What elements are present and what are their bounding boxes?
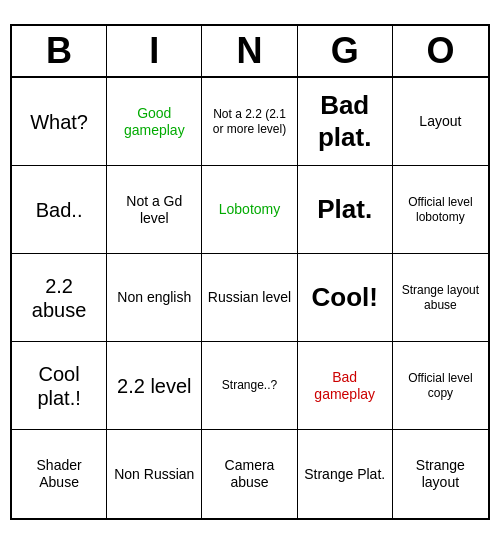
cell-text: Strange Plat.: [304, 466, 385, 483]
cell-text: Bad..: [36, 198, 83, 222]
cell-text: Layout: [419, 113, 461, 130]
bingo-cell: Cool!: [298, 254, 393, 342]
cell-text: Strange..?: [222, 378, 277, 392]
cell-text: Cool plat.!: [16, 362, 102, 410]
bingo-grid: What?Good gameplayNot a 2.2 (2.1 or more…: [12, 78, 488, 518]
bingo-cell: Shader Abuse: [12, 430, 107, 518]
cell-text: Good gameplay: [111, 105, 197, 139]
bingo-cell: Plat.: [298, 166, 393, 254]
bingo-cell: Bad plat.: [298, 78, 393, 166]
cell-text: Bad plat.: [302, 90, 388, 152]
bingo-cell: Cool plat.!: [12, 342, 107, 430]
cell-text: Camera abuse: [206, 457, 292, 491]
cell-text: 2.2 abuse: [16, 274, 102, 322]
bingo-cell: Official level lobotomy: [393, 166, 488, 254]
cell-text: Russian level: [208, 289, 291, 306]
bingo-card: BINGO What?Good gameplayNot a 2.2 (2.1 o…: [10, 24, 490, 520]
bingo-cell: Not a Gd level: [107, 166, 202, 254]
bingo-cell: Not a 2.2 (2.1 or more level): [202, 78, 297, 166]
cell-text: Non Russian: [114, 466, 194, 483]
cell-text: Plat.: [317, 194, 372, 225]
bingo-cell: Good gameplay: [107, 78, 202, 166]
cell-text: Strange layout: [397, 457, 484, 491]
bingo-cell: Official level copy: [393, 342, 488, 430]
bingo-cell: Non english: [107, 254, 202, 342]
cell-text: What?: [30, 110, 88, 134]
cell-text: Not a Gd level: [111, 193, 197, 227]
bingo-cell: Layout: [393, 78, 488, 166]
bingo-cell: Bad gameplay: [298, 342, 393, 430]
bingo-cell: Camera abuse: [202, 430, 297, 518]
bingo-cell: Strange..?: [202, 342, 297, 430]
header-letter: I: [107, 26, 202, 76]
bingo-cell: Lobotomy: [202, 166, 297, 254]
bingo-cell: Non Russian: [107, 430, 202, 518]
cell-text: Non english: [117, 289, 191, 306]
cell-text: Shader Abuse: [16, 457, 102, 491]
bingo-header: BINGO: [12, 26, 488, 78]
bingo-cell: Strange Plat.: [298, 430, 393, 518]
header-letter: G: [298, 26, 393, 76]
header-letter: B: [12, 26, 107, 76]
cell-text: Strange layout abuse: [397, 283, 484, 312]
bingo-cell: What?: [12, 78, 107, 166]
cell-text: Official level lobotomy: [397, 195, 484, 224]
cell-text: Cool!: [311, 282, 377, 313]
cell-text: Official level copy: [397, 371, 484, 400]
cell-text: Bad gameplay: [302, 369, 388, 403]
bingo-cell: 2.2 level: [107, 342, 202, 430]
cell-text: 2.2 level: [117, 374, 192, 398]
bingo-cell: Bad..: [12, 166, 107, 254]
bingo-cell: 2.2 abuse: [12, 254, 107, 342]
header-letter: O: [393, 26, 488, 76]
bingo-cell: Strange layout: [393, 430, 488, 518]
cell-text: Not a 2.2 (2.1 or more level): [206, 107, 292, 136]
bingo-cell: Strange layout abuse: [393, 254, 488, 342]
header-letter: N: [202, 26, 297, 76]
cell-text: Lobotomy: [219, 201, 280, 218]
bingo-cell: Russian level: [202, 254, 297, 342]
